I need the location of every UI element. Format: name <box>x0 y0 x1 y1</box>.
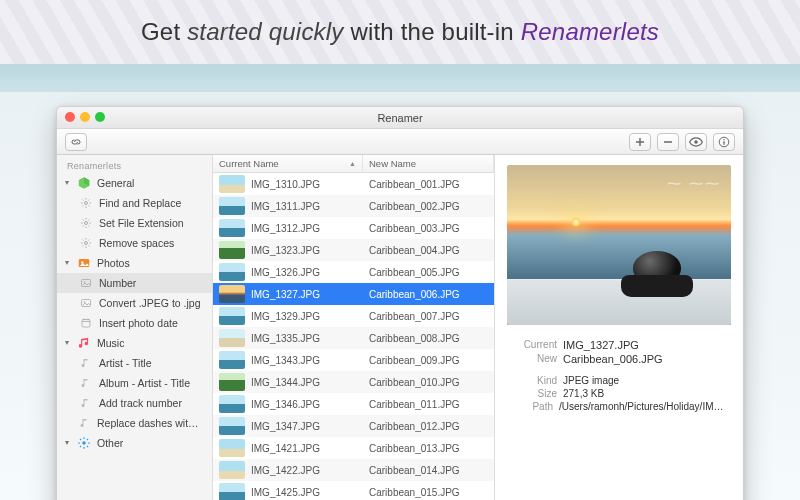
sidebar-item-number[interactable]: Number <box>57 273 212 293</box>
content-area: Renamerlets ▾GeneralFind and ReplaceSet … <box>57 155 743 500</box>
col-current-name[interactable]: Current Name ▲ <box>213 155 363 172</box>
sidebar-item-find-and-replace[interactable]: Find and Replace <box>57 193 212 213</box>
sidebar-item-icon <box>79 236 93 250</box>
current-name: IMG_1326.JPG <box>251 267 363 278</box>
add-button[interactable] <box>629 133 651 151</box>
close-button[interactable] <box>65 112 75 122</box>
hero-text-pre: Get <box>141 18 187 45</box>
sidebar-item-album-artist-title[interactable]: Album - Artist - Title <box>57 373 212 393</box>
promo-banner: Get started quickly with the built-in Re… <box>0 0 800 64</box>
thumbnail <box>219 241 245 259</box>
sidebar-item-remove-spaces[interactable]: Remove spaces <box>57 233 212 253</box>
cube-icon <box>77 176 91 190</box>
current-name: IMG_1344.JPG <box>251 377 363 388</box>
table-row[interactable]: IMG_1343.JPGCaribbean_009.JPG <box>213 349 494 371</box>
table-row[interactable]: IMG_1422.JPGCaribbean_014.JPG <box>213 459 494 481</box>
sidebar-item-icon <box>79 196 93 210</box>
sidebar-item-icon <box>79 396 93 410</box>
remove-button[interactable] <box>657 133 679 151</box>
new-name: Caribbean_008.JPG <box>363 333 494 344</box>
canvas-area: Renamer Renamerlets ▾GeneralFind <box>0 92 800 500</box>
table-row[interactable]: IMG_1335.JPGCaribbean_008.JPG <box>213 327 494 349</box>
sidebar-group-label: Photos <box>97 257 130 269</box>
sidebar-item-icon <box>79 356 93 370</box>
minimize-button[interactable] <box>80 112 90 122</box>
sidebar-item-artist-title[interactable]: Artist - Title <box>57 353 212 373</box>
table-row[interactable]: IMG_1425.JPGCaribbean_015.JPG <box>213 481 494 500</box>
table-row[interactable]: IMG_1311.JPGCaribbean_002.JPG <box>213 195 494 217</box>
sidebar: Renamerlets ▾GeneralFind and ReplaceSet … <box>57 155 213 500</box>
titlebar[interactable]: Renamer <box>57 107 743 129</box>
svg-rect-3 <box>723 141 724 145</box>
sidebar-item-set-file-extension[interactable]: Set File Extension <box>57 213 212 233</box>
sidebar-item-label: Artist - Title <box>99 357 152 369</box>
sidebar-item-replace-dashes-with-unde[interactable]: Replace dashes with unde… <box>57 413 212 433</box>
new-name: Caribbean_011.JPG <box>363 399 494 410</box>
link-icon <box>70 136 82 148</box>
toolbar <box>57 129 743 155</box>
info-icon <box>718 136 730 148</box>
table-row[interactable]: IMG_1310.JPGCaribbean_001.JPG <box>213 173 494 195</box>
sidebar-item-label: Set File Extension <box>99 217 184 229</box>
table-row[interactable]: IMG_1323.JPGCaribbean_004.JPG <box>213 239 494 261</box>
sidebar-group-music[interactable]: ▾Music <box>57 333 212 353</box>
window-controls <box>65 112 105 122</box>
plus-icon <box>635 137 645 147</box>
table-row[interactable]: IMG_1344.JPGCaribbean_010.JPG <box>213 371 494 393</box>
new-name: Caribbean_013.JPG <box>363 443 494 454</box>
table-row[interactable]: IMG_1326.JPGCaribbean_005.JPG <box>213 261 494 283</box>
meta-kind-key: Kind <box>509 375 557 386</box>
sidebar-item-convert-jpeg-to-jpg[interactable]: Convert .JPEG to .jpg <box>57 293 212 313</box>
current-name: IMG_1421.JPG <box>251 443 363 454</box>
new-name: Caribbean_009.JPG <box>363 355 494 366</box>
table-row[interactable]: IMG_1346.JPGCaribbean_011.JPG <box>213 393 494 415</box>
disclosure-triangle-icon: ▾ <box>65 440 71 446</box>
sidebar-item-insert-photo-date[interactable]: Insert photo date <box>57 313 212 333</box>
thumbnail <box>219 197 245 215</box>
info-button[interactable] <box>713 133 735 151</box>
meta-path-val: /Users/ramonh/Pictures/Holiday/IMG_1327.… <box>559 401 729 412</box>
table-row[interactable]: IMG_1329.JPGCaribbean_007.JPG <box>213 305 494 327</box>
current-name: IMG_1346.JPG <box>251 399 363 410</box>
table-row[interactable]: IMG_1421.JPGCaribbean_013.JPG <box>213 437 494 459</box>
sidebar-group-other[interactable]: ▾Other <box>57 433 212 453</box>
table-row[interactable]: IMG_1312.JPGCaribbean_003.JPG <box>213 217 494 239</box>
svg-point-6 <box>85 242 88 245</box>
new-name: Caribbean_010.JPG <box>363 377 494 388</box>
table-row[interactable]: IMG_1327.JPGCaribbean_006.JPG <box>213 283 494 305</box>
thumbnail <box>219 307 245 325</box>
sidebar-group-photos[interactable]: ▾Photos <box>57 253 212 273</box>
current-name: IMG_1311.JPG <box>251 201 363 212</box>
link-button[interactable] <box>65 133 87 151</box>
col-new-name[interactable]: New Name <box>363 155 494 172</box>
table-row[interactable]: IMG_1347.JPGCaribbean_012.JPG <box>213 415 494 437</box>
sidebar-header: Renamerlets <box>57 155 212 173</box>
current-name: IMG_1343.JPG <box>251 355 363 366</box>
app-window: Renamer Renamerlets ▾GeneralFind <box>56 106 744 500</box>
preview-button[interactable] <box>685 133 707 151</box>
meta-current-key: Current <box>509 339 557 351</box>
sidebar-item-add-track-number[interactable]: Add track number <box>57 393 212 413</box>
sidebar-group-label: Other <box>97 437 123 449</box>
zoom-button[interactable] <box>95 112 105 122</box>
thumbnail <box>219 483 245 500</box>
meta-current-val: IMG_1327.JPG <box>563 339 639 351</box>
svg-point-2 <box>723 138 724 139</box>
new-name: Caribbean_006.JPG <box>363 289 494 300</box>
new-name: Caribbean_004.JPG <box>363 245 494 256</box>
meta-new-key: New <box>509 353 557 365</box>
sidebar-item-icon <box>79 416 91 430</box>
sidebar-group-general[interactable]: ▾General <box>57 173 212 193</box>
thumbnail <box>219 219 245 237</box>
col-current-name-label: Current Name <box>219 158 279 169</box>
thumbnail <box>219 175 245 193</box>
sidebar-item-label: Find and Replace <box>99 197 181 209</box>
sidebar-item-label: Remove spaces <box>99 237 174 249</box>
thumbnail <box>219 439 245 457</box>
window-title: Renamer <box>377 112 422 124</box>
thumbnail <box>219 285 245 303</box>
sidebar-item-icon <box>79 316 93 330</box>
table-body[interactable]: IMG_1310.JPGCaribbean_001.JPGIMG_1311.JP… <box>213 173 494 500</box>
current-name: IMG_1329.JPG <box>251 311 363 322</box>
new-name: Caribbean_014.JPG <box>363 465 494 476</box>
